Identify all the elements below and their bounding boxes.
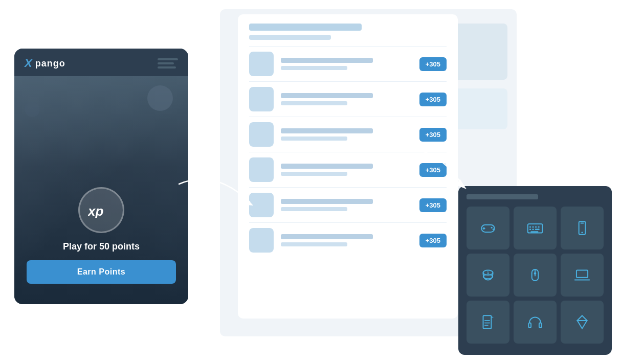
decoration-circle-2 [25, 102, 40, 117]
list-header [249, 24, 447, 40]
list-item-line-1 [281, 128, 373, 133]
icon-grid-card: 1 [458, 186, 612, 355]
phone-art-bottom: Play for 50 points Earn Points [14, 241, 188, 284]
list-item-lines [281, 58, 412, 70]
list-header-bar-1 [249, 24, 362, 31]
gem-icon [572, 312, 592, 332]
list-item[interactable]: +305 [249, 46, 447, 81]
list-item[interactable]: +305 [249, 222, 447, 258]
svg-rect-18 [530, 231, 538, 232]
list-item-lines [281, 199, 412, 211]
xpango-logo: X pango [25, 57, 65, 70]
svg-marker-1 [240, 197, 253, 206]
svg-rect-14 [529, 229, 531, 230]
svg-rect-11 [532, 226, 534, 228]
svg-marker-32 [491, 315, 494, 318]
list-item-line-1 [281, 234, 373, 239]
arrow-phone-to-list [174, 174, 256, 215]
list-item-badge[interactable]: +305 [419, 93, 447, 106]
list-item-thumbnail [249, 52, 274, 76]
list-item-line-1 [281, 164, 373, 169]
phone-header: X pango [14, 49, 188, 76]
svg-rect-17 [538, 229, 540, 230]
list-item-badge[interactable]: +305 [419, 198, 447, 212]
svg-point-27 [534, 272, 537, 275]
keyboard-icon [525, 218, 545, 238]
icon-cell-keyboard[interactable] [514, 207, 557, 249]
svg-marker-38 [578, 315, 587, 328]
icon-cell-laptop[interactable] [561, 254, 604, 297]
list-item-lines [281, 234, 412, 246]
list-item-line-1 [281, 58, 373, 63]
list-item-badge[interactable]: +305 [419, 57, 447, 71]
list-item-line-2 [281, 172, 347, 176]
play-text: Play for 50 points [63, 241, 140, 252]
icon-cell-headphones[interactable] [514, 301, 557, 344]
list-item-lines [281, 93, 412, 105]
phone-card: X pango xp Play for 50 points Earn Point… [14, 49, 188, 304]
list-item-line-2 [281, 66, 347, 70]
list-item-lines [281, 164, 412, 176]
xpango-x-icon: X [25, 57, 32, 70]
list-item-thumbnail [249, 228, 274, 253]
phone-art-area: xp Play for 50 points Earn Points [14, 76, 188, 304]
xpango-brand-name: pango [35, 58, 65, 69]
xp-logo-svg: xp [88, 202, 115, 218]
gamepad-icon [478, 218, 498, 238]
svg-rect-10 [529, 226, 531, 228]
list-header-bar-2 [249, 35, 331, 40]
list-item-line-1 [281, 199, 373, 204]
list-item-line-2 [281, 136, 347, 141]
svg-rect-12 [535, 226, 537, 228]
svg-rect-36 [528, 323, 531, 328]
svg-point-7 [491, 227, 493, 229]
arrow-list-to-icon-grid [411, 144, 473, 195]
main-scene: +305 +305 +305 +305 [0, 0, 621, 364]
list-item-thumbnail [249, 122, 274, 147]
svg-rect-31 [483, 315, 492, 328]
header-bar-3 [158, 66, 176, 69]
svg-rect-37 [539, 323, 542, 328]
laptop-icon [572, 265, 592, 285]
svg-text:xp: xp [88, 203, 103, 218]
svg-rect-28 [576, 270, 588, 278]
icon-cell-phone[interactable] [561, 207, 604, 249]
list-item-lines [281, 128, 412, 141]
coins-icon: 1 [478, 265, 498, 285]
icon-cell-coins[interactable]: 1 [467, 254, 509, 297]
headphones-icon [525, 312, 545, 332]
xp-logo-circle: xp [78, 187, 124, 233]
svg-marker-2 [456, 179, 467, 189]
svg-marker-39 [578, 315, 587, 321]
document-icon [478, 312, 498, 332]
phone-icon [572, 218, 592, 238]
header-bars [158, 58, 178, 69]
icon-cell-gem[interactable] [561, 301, 604, 344]
mouse-icon [525, 265, 545, 285]
icon-grid: 1 [467, 207, 604, 344]
list-item-thumbnail [249, 87, 274, 111]
svg-point-8 [493, 229, 494, 230]
list-item-line-2 [281, 207, 347, 211]
header-bar-1 [158, 58, 178, 60]
list-item-line-1 [281, 93, 373, 98]
header-bar-2 [158, 62, 174, 64]
icon-cell-gamepad[interactable] [467, 207, 509, 249]
list-item[interactable]: +305 [249, 81, 447, 117]
svg-text:1: 1 [487, 270, 490, 275]
earn-points-button[interactable]: Earn Points [27, 260, 176, 284]
list-item-badge[interactable]: +305 [419, 234, 447, 247]
icon-cell-document[interactable] [467, 301, 509, 344]
list-item-line-2 [281, 242, 347, 246]
list-item-badge[interactable]: +305 [419, 128, 447, 142]
icon-grid-title-bar [467, 194, 538, 199]
decoration-circle-1 [147, 85, 173, 111]
svg-point-20 [581, 232, 583, 233]
svg-rect-15 [532, 229, 534, 230]
icon-cell-mouse[interactable] [514, 254, 557, 297]
list-item-line-2 [281, 101, 347, 105]
svg-rect-13 [538, 226, 540, 228]
